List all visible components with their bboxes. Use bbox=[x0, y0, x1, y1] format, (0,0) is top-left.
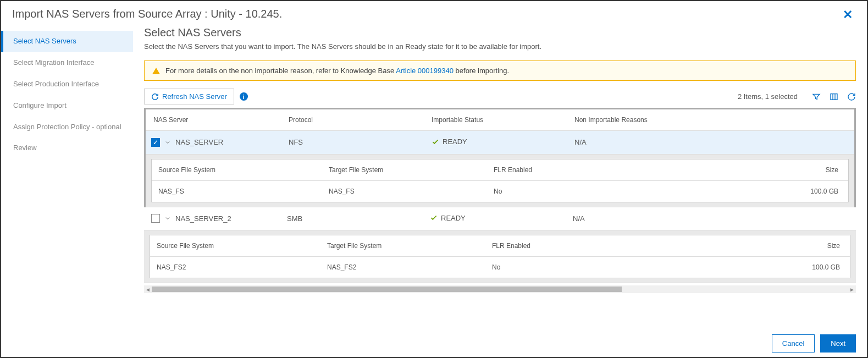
info-icon[interactable]: i bbox=[240, 92, 248, 101]
filesystem-subtable: Source File System Target File System FL… bbox=[150, 235, 850, 278]
subcol-flr-enabled[interactable]: FLR Enabled bbox=[487, 159, 696, 180]
refresh-button-label: Refresh NAS Server bbox=[162, 92, 227, 101]
table-row[interactable]: NAS_SERVER_2 SMB READY N/A bbox=[144, 207, 856, 231]
refresh-nas-server-button[interactable]: Refresh NAS Server bbox=[144, 89, 234, 104]
subcol-source-fs[interactable]: Source File System bbox=[150, 235, 320, 256]
chevron-down-icon[interactable] bbox=[164, 215, 171, 222]
step-review[interactable]: Review bbox=[1, 137, 133, 159]
step-select-production-interface[interactable]: Select Production Interface bbox=[1, 74, 133, 95]
scroll-right-icon[interactable]: ► bbox=[848, 287, 856, 293]
col-protocol[interactable]: Protocol bbox=[283, 109, 426, 130]
size-value: 100.0 GB bbox=[694, 257, 850, 278]
col-nas-server[interactable]: NAS Server bbox=[146, 109, 283, 130]
subcol-flr-enabled[interactable]: FLR Enabled bbox=[485, 235, 694, 256]
banner-text-post: before importing. bbox=[454, 67, 509, 75]
status-value: READY bbox=[443, 137, 467, 146]
warning-banner: For more details on the non importable r… bbox=[144, 60, 856, 81]
status-value: READY bbox=[441, 214, 466, 222]
subcol-source-fs[interactable]: Source File System bbox=[152, 159, 322, 180]
scroll-thumb[interactable] bbox=[152, 287, 622, 292]
next-button[interactable]: Next bbox=[820, 334, 856, 353]
target-fs-value: NAS_FS bbox=[322, 181, 487, 202]
step-configure-import[interactable]: Configure Import bbox=[1, 95, 133, 117]
filesystem-subtable: Source File System Target File System FL… bbox=[151, 159, 849, 202]
table-row[interactable]: NAS_SERVER NFS READY N/A bbox=[146, 131, 854, 155]
row-checkbox[interactable] bbox=[151, 214, 160, 223]
protocol-value: SMB bbox=[281, 208, 424, 229]
horizontal-scrollbar[interactable]: ◄ ► bbox=[144, 285, 856, 293]
step-assign-protection-policy[interactable]: Assign Protection Policy - optional bbox=[1, 117, 133, 138]
subcol-size[interactable]: Size bbox=[696, 159, 848, 180]
nas-server-name: NAS_SERVER bbox=[175, 138, 223, 146]
filter-icon[interactable] bbox=[812, 92, 821, 101]
warning-icon bbox=[152, 68, 160, 74]
row-checkbox[interactable] bbox=[151, 138, 160, 147]
col-non-importable-reasons[interactable]: Non Importable Reasons bbox=[569, 109, 854, 130]
page-title: Select NAS Servers bbox=[144, 26, 856, 39]
reload-icon[interactable] bbox=[847, 92, 856, 101]
svg-rect-0 bbox=[831, 93, 837, 100]
close-icon[interactable]: ✕ bbox=[839, 8, 856, 22]
scroll-left-icon[interactable]: ◄ bbox=[144, 287, 152, 293]
step-select-nas-servers[interactable]: Select NAS Servers bbox=[1, 31, 133, 52]
filesystem-row[interactable]: NAS_FS NAS_FS No 100.0 GB bbox=[152, 181, 848, 202]
subcol-size[interactable]: Size bbox=[694, 235, 850, 256]
subcol-target-fs[interactable]: Target File System bbox=[322, 159, 487, 180]
dialog-title: Import NAS Servers from Source Array : U… bbox=[12, 8, 282, 20]
size-value: 100.0 GB bbox=[696, 181, 848, 202]
source-fs-value: NAS_FS2 bbox=[150, 257, 320, 278]
selection-status: 2 Items, 1 selected bbox=[738, 92, 798, 101]
kb-article-link[interactable]: Article 000199340 bbox=[396, 67, 454, 75]
source-fs-value: NAS_FS bbox=[152, 181, 322, 202]
columns-icon[interactable] bbox=[830, 92, 838, 101]
step-select-migration-interface[interactable]: Select Migration Interface bbox=[1, 52, 133, 74]
banner-text-pre: For more details on the non importable r… bbox=[165, 67, 396, 75]
nas-server-grid: NAS Server Protocol Importable Status No… bbox=[144, 108, 856, 207]
reasons-value: N/A bbox=[567, 208, 856, 229]
flr-value: No bbox=[485, 257, 694, 278]
chevron-down-icon[interactable] bbox=[164, 139, 171, 146]
wizard-sidebar: Select NAS Servers Select Migration Inte… bbox=[1, 26, 133, 322]
target-fs-value: NAS_FS2 bbox=[320, 257, 485, 278]
subcol-target-fs[interactable]: Target File System bbox=[320, 235, 485, 256]
nas-server-name: NAS_SERVER_2 bbox=[175, 214, 231, 223]
cancel-button[interactable]: Cancel bbox=[772, 334, 815, 353]
reasons-value: N/A bbox=[569, 131, 854, 153]
col-importable-status[interactable]: Importable Status bbox=[426, 109, 569, 130]
protocol-value: NFS bbox=[283, 131, 426, 153]
page-subtitle: Select the NAS Servers that you want to … bbox=[144, 42, 856, 51]
filesystem-row[interactable]: NAS_FS2 NAS_FS2 No 100.0 GB bbox=[150, 257, 850, 278]
flr-value: No bbox=[487, 181, 696, 202]
